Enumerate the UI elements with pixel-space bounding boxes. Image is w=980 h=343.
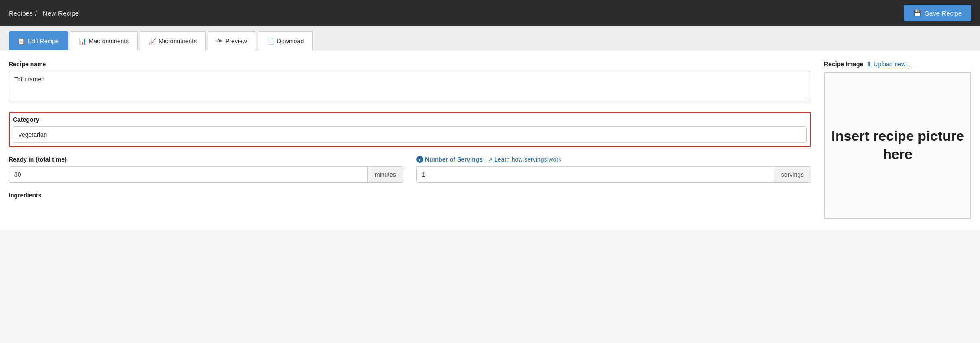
category-group: Category [9,112,811,147]
upload-new-link[interactable]: ⬆ Upload new... [866,61,910,68]
upload-icon: ⬆ [866,61,872,68]
servings-group: i Number of Servings ↗ Learn how serving… [416,156,811,183]
learn-link-label: Learn how servings work [494,156,561,163]
save-icon: 💾 [913,9,922,17]
servings-label-row: i Number of Servings ↗ Learn how serving… [416,156,811,163]
category-label: Category [13,116,807,123]
save-recipe-label: Save Recipe [925,10,962,17]
breadcrumb-page: New Recipe [43,10,79,17]
bar-chart-icon: 📈 [149,38,156,45]
main-content: Recipe name Tofu ramen Category Ready in… [0,50,980,230]
tab-edit-recipe[interactable]: 📋 Edit Recipe [9,31,68,50]
servings-info-link[interactable]: i Number of Servings [416,156,483,163]
breadcrumb: Recipes / New Recipe [9,10,79,17]
edit-icon: 📋 [18,38,25,45]
save-recipe-button[interactable]: 💾 Save Recipe [904,5,971,21]
servings-suffix: servings [774,167,811,182]
recipe-image-label: Recipe Image [824,61,863,68]
servings-label: Number of Servings [425,156,483,163]
ingredients-group: Ingredients [9,191,811,199]
image-placeholder-text: Insert recipe picture here [825,127,970,163]
ready-in-suffix: minutes [367,167,403,182]
eye-icon: 👁 [217,38,223,45]
recipe-image-header: Recipe Image ⬆ Upload new... [824,61,971,68]
download-icon: 📄 [267,38,274,45]
tab-download[interactable]: 📄 Download [258,31,313,50]
recipe-name-input[interactable]: Tofu ramen [9,71,811,101]
recipe-name-label: Recipe name [9,61,811,68]
ready-servings-row: Ready in (total time) minutes i Number o… [9,156,811,183]
ready-in-input-wrapper: minutes [9,166,403,183]
tab-macronutrients[interactable]: 📊 Macronutrients [70,31,138,50]
recipe-image-placeholder: Insert recipe picture here [824,72,971,219]
ready-in-group: Ready in (total time) minutes [9,156,403,183]
external-link-icon: ↗ [488,156,493,163]
tab-preview-label: Preview [225,38,247,45]
breadcrumb-prefix: Recipes / [9,10,37,17]
info-icon: i [416,156,423,163]
ingredients-label: Ingredients [9,192,41,199]
top-bar: Recipes / New Recipe 💾 Save Recipe [0,0,980,26]
upload-link-label: Upload new... [873,61,910,68]
right-panel: Recipe Image ⬆ Upload new... Insert reci… [824,61,971,219]
pie-chart-icon: 📊 [79,38,86,45]
tab-bar: 📋 Edit Recipe 📊 Macronutrients 📈 Micronu… [0,26,980,50]
servings-input-wrapper: servings [416,166,811,183]
tab-micronutrients[interactable]: 📈 Micronutrients [140,31,206,50]
recipe-name-group: Recipe name Tofu ramen [9,61,811,103]
tab-macronutrients-label: Macronutrients [89,38,129,45]
ready-in-input[interactable] [9,167,367,182]
servings-input[interactable] [417,167,774,182]
tab-micronutrients-label: Micronutrients [159,38,197,45]
tab-edit-recipe-label: Edit Recipe [28,38,59,45]
ready-in-label: Ready in (total time) [9,156,403,163]
category-input[interactable] [13,126,807,143]
tab-preview[interactable]: 👁 Preview [208,31,256,50]
form-section: Recipe name Tofu ramen Category Ready in… [9,61,811,219]
learn-servings-link[interactable]: ↗ Learn how servings work [488,156,561,163]
tab-download-label: Download [277,38,304,45]
